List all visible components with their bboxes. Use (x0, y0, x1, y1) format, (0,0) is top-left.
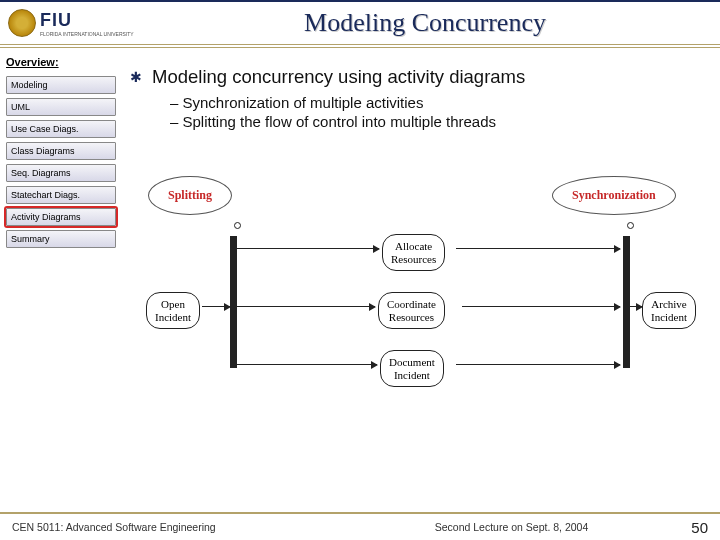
sidebar: Overview: Modeling UML Use Case Diags. C… (0, 48, 122, 508)
arrow (237, 248, 379, 249)
fork-bar (230, 236, 237, 368)
sub-bullet-list: Synchronization of multiple activities S… (170, 94, 702, 130)
slide-title: Modeling Concurrency (138, 8, 712, 38)
nav-use-case[interactable]: Use Case Diags. (6, 120, 116, 138)
synchronization-text: Synchronization (572, 188, 656, 202)
arrow (630, 306, 642, 307)
callout-dot (234, 222, 241, 229)
slide-footer: CEN 5011: Advanced Software Engineering … (0, 512, 720, 540)
nav-uml[interactable]: UML (6, 98, 116, 116)
splitting-label: Splitting (158, 182, 222, 209)
activity-diagram: Splitting Synchronization OpenIncident A… (130, 188, 702, 398)
nav-statechart[interactable]: Statechart Diags. (6, 186, 116, 204)
arrow (237, 364, 377, 365)
join-bar (623, 236, 630, 368)
footer-lecture: Second Lecture on Sept. 8, 2004 (345, 521, 678, 533)
arrow (456, 248, 620, 249)
activity-coordinate-resources: CoordinateResources (378, 292, 445, 329)
nav-seq-diagrams[interactable]: Seq. Diagrams (6, 164, 116, 182)
seal-icon (8, 9, 36, 37)
arrow (456, 364, 620, 365)
snowflake-icon: ✱ (130, 69, 142, 85)
nav-summary[interactable]: Summary (6, 230, 116, 248)
bullet-text: Modeling concurrency using activity diag… (152, 66, 525, 88)
arrow (202, 306, 230, 307)
splitting-text: Splitting (168, 188, 212, 202)
nav-modeling[interactable]: Modeling (6, 76, 116, 94)
activity-archive-incident: ArchiveIncident (642, 292, 696, 329)
activity-document-incident: DocumentIncident (380, 350, 444, 387)
university-logo: FIU FLORIDA INTERNATIONAL UNIVERSITY (8, 9, 138, 37)
sidebar-heading: Overview: (6, 56, 116, 68)
activity-open-incident: OpenIncident (146, 292, 200, 329)
synchronization-label: Synchronization (562, 182, 666, 209)
nav-activity-diagrams[interactable]: Activity Diagrams (6, 208, 116, 226)
nav-class-diagrams[interactable]: Class Diagrams (6, 142, 116, 160)
slide-body: Overview: Modeling UML Use Case Diags. C… (0, 48, 720, 508)
footer-course: CEN 5011: Advanced Software Engineering (12, 521, 345, 533)
main-bullet: ✱ Modeling concurrency using activity di… (130, 66, 702, 88)
logo-acronym: FIU (40, 10, 134, 31)
callout-dot (627, 222, 634, 229)
arrow (462, 306, 620, 307)
footer-page-number: 50 (678, 519, 708, 536)
arrow (237, 306, 375, 307)
activity-allocate-resources: AllocateResources (382, 234, 445, 271)
sub-bullet-2: Splitting the flow of control into multi… (170, 113, 702, 130)
content-area: ✱ Modeling concurrency using activity di… (122, 48, 720, 508)
slide-header: FIU FLORIDA INTERNATIONAL UNIVERSITY Mod… (0, 0, 720, 48)
sub-bullet-1: Synchronization of multiple activities (170, 94, 702, 111)
logo-full-name: FLORIDA INTERNATIONAL UNIVERSITY (40, 31, 134, 37)
